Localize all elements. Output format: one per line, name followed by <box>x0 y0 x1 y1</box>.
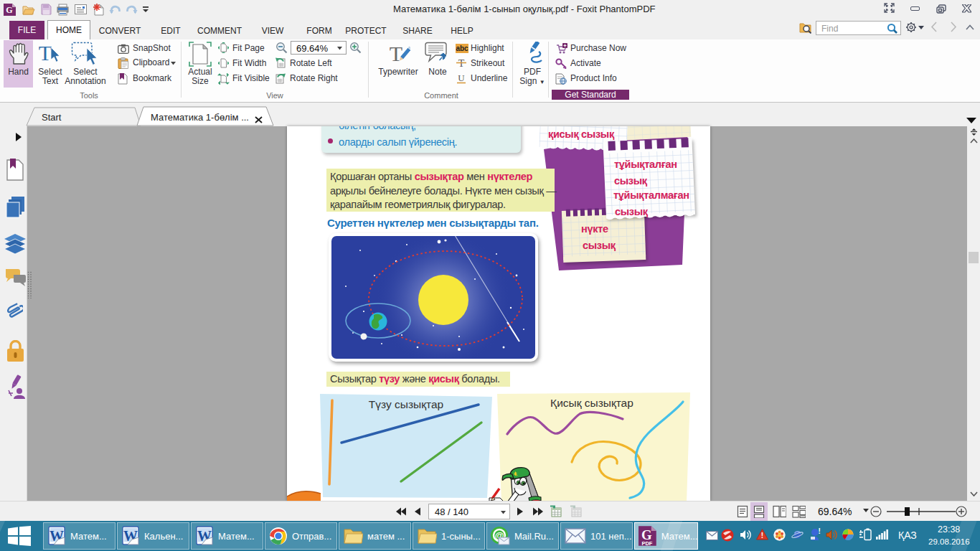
svg-text:PDF: PDF <box>641 540 652 547</box>
svg-text:G: G <box>6 5 12 15</box>
svg-text:U: U <box>458 73 465 83</box>
svg-text:Start: Start <box>42 112 62 123</box>
svg-text:Математика 1-бөлім ...: Математика 1-бөлім ... <box>151 112 249 123</box>
svg-text:Қисық сызықтар: Қисық сызықтар <box>550 397 633 409</box>
svg-text:!: ! <box>819 528 821 535</box>
svg-text:T: T <box>39 42 52 65</box>
svg-text:!: ! <box>761 532 763 540</box>
svg-text:T: T <box>390 42 402 65</box>
svg-text:Түзу сызықтар: Түзу сызықтар <box>369 398 443 410</box>
